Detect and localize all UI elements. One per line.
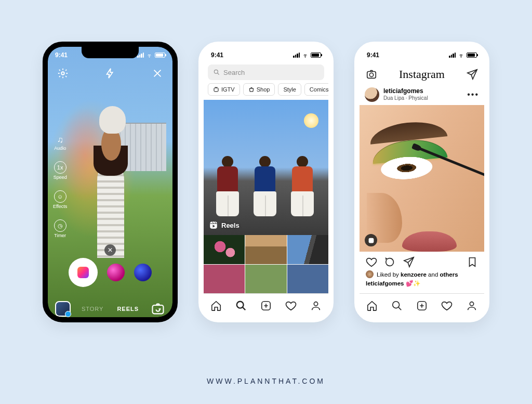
liker-avatar [366, 270, 374, 278]
nav-add[interactable] [260, 300, 272, 311]
post-audio[interactable]: Dua Lipa · Physical [383, 95, 428, 101]
nav-search[interactable] [235, 300, 247, 311]
svg-point-13 [470, 302, 473, 305]
explore-grid [204, 235, 328, 293]
reels-label: Reels [209, 220, 240, 230]
chip-style[interactable]: Style [278, 83, 301, 96]
save-button[interactable] [467, 256, 478, 268]
nav-activity[interactable] [441, 300, 453, 311]
post-more-icon[interactable]: ••• [467, 90, 479, 99]
effect-preset-1[interactable] [107, 264, 125, 281]
nav-search[interactable] [391, 300, 403, 311]
share-button[interactable] [403, 256, 415, 268]
nav-home[interactable] [366, 300, 378, 311]
effects-icon: ☺ [54, 190, 66, 203]
effect-preset-2[interactable] [134, 264, 152, 281]
svg-rect-1 [153, 305, 164, 314]
explore-hero[interactable]: Reels [204, 100, 328, 235]
reels-icon [77, 267, 89, 278]
chip-igtv[interactable]: IGTV [208, 83, 240, 96]
grid-item[interactable] [245, 235, 286, 264]
nav-activity[interactable] [285, 300, 297, 311]
timer-icon: ◷ [54, 219, 66, 232]
post-username[interactable]: leticiafgomes [383, 88, 428, 95]
svg-point-5 [237, 301, 244, 308]
tab-reels[interactable]: REELS [117, 306, 139, 312]
nav-profile[interactable] [310, 300, 322, 311]
svg-point-0 [61, 72, 64, 75]
settings-icon[interactable] [57, 68, 69, 79]
svg-point-2 [214, 70, 218, 73]
grid-item[interactable] [287, 235, 328, 264]
search-icon [213, 69, 220, 76]
wifi-icon [302, 53, 309, 58]
bottom-nav [360, 293, 484, 317]
footer-url: WWW.PLANNTHAT.COM [0, 377, 532, 385]
tab-story[interactable]: STORY [82, 306, 104, 312]
bottom-nav [204, 293, 328, 317]
like-button[interactable] [366, 256, 377, 268]
phone-explore: 9:41 Search IGTV Shop [198, 42, 334, 322]
svg-point-7 [314, 302, 317, 305]
svg-rect-3 [214, 88, 218, 92]
shutter-button[interactable] [69, 258, 98, 287]
nav-add[interactable] [416, 300, 428, 311]
speed-tool[interactable]: 1x Speed [53, 161, 67, 180]
caption-row[interactable]: leticiafgomes 💕✨ [366, 280, 420, 287]
svg-rect-10 [368, 238, 374, 243]
grid-item[interactable] [245, 265, 286, 294]
camera-icon[interactable] [366, 69, 377, 80]
svg-point-11 [393, 301, 400, 308]
chip-comics[interactable]: Comics [304, 83, 328, 96]
battery-icon [311, 53, 321, 58]
timer-tool[interactable]: ◷ Timer [53, 219, 67, 238]
comment-button[interactable] [384, 256, 396, 268]
delete-clip-button[interactable]: ✕ [104, 244, 116, 256]
nav-profile[interactable] [466, 300, 477, 311]
battery-icon [467, 53, 477, 58]
category-chips: IGTV Shop Style Comics TV & Movies [204, 83, 328, 96]
svg-point-9 [369, 73, 373, 76]
audio-tool[interactable]: ♫ Audio [53, 135, 67, 151]
gallery-button[interactable] [55, 301, 71, 317]
instagram-wordmark: Instagram [399, 68, 445, 81]
effects-tool[interactable]: ☺ Effects [53, 190, 67, 209]
flash-icon[interactable] [104, 68, 116, 79]
clock: 9:41 [367, 51, 379, 59]
clock: 9:41 [55, 51, 68, 59]
reels-badge [365, 234, 377, 246]
avatar[interactable] [365, 87, 379, 102]
battery-icon [155, 53, 165, 58]
reels-icon [209, 220, 218, 230]
phone-feed: 9:41 Instagram leticiafgo [354, 42, 489, 322]
igtv-icon [213, 86, 219, 93]
grid-item[interactable] [204, 265, 245, 294]
grid-item[interactable] [204, 235, 245, 264]
wifi-icon [458, 53, 464, 58]
likes-row[interactable]: Liked by kenzoere and others [366, 270, 478, 278]
svg-rect-4 [210, 221, 217, 229]
nav-home[interactable] [210, 300, 222, 311]
phone-reels-camera: 9:41 ♫ [43, 42, 178, 322]
wifi-icon [146, 53, 153, 58]
flip-camera-icon[interactable] [151, 302, 165, 316]
direct-icon[interactable] [467, 69, 478, 80]
music-icon: ♫ [57, 135, 63, 145]
search-input[interactable]: Search [208, 64, 324, 80]
chip-shop[interactable]: Shop [243, 83, 275, 96]
shop-icon [248, 86, 255, 93]
close-icon[interactable] [152, 68, 163, 79]
post-media[interactable] [360, 105, 484, 252]
speed-icon: 1x [54, 161, 66, 174]
clock: 9:41 [211, 51, 223, 59]
grid-item[interactable] [287, 265, 328, 294]
